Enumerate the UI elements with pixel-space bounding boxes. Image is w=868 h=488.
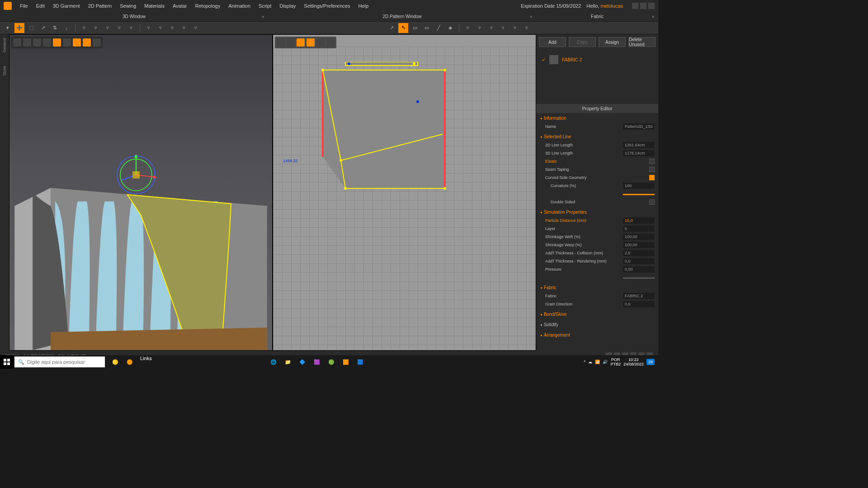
tool-tape-icon[interactable]: ▿ — [156, 23, 165, 33]
menu-retopology[interactable]: Retopology — [192, 1, 224, 10]
tool-cut-icon[interactable]: ▿ — [103, 23, 113, 33]
tool-mesh-icon[interactable]: ▿ — [114, 23, 124, 33]
maximize-button[interactable] — [640, 3, 646, 9]
tool2d-dart-icon[interactable]: ◈ — [445, 23, 455, 33]
tab-close-2d[interactable]: × — [530, 14, 533, 19]
tab-2d-window[interactable]: 2D Pattern Window × — [268, 12, 536, 21]
tool-select-icon[interactable]: ➕ — [14, 23, 24, 33]
task-spotify-icon[interactable]: 🟢 — [325, 356, 338, 368]
thickness-ren-input[interactable] — [623, 258, 655, 264]
delete-unused-button[interactable]: Delete Unused — [628, 37, 656, 47]
curved-geo-checkbox[interactable] — [649, 175, 655, 180]
menu-materials[interactable]: Materials — [141, 1, 168, 10]
task-explorer-icon[interactable]: 📁 — [281, 356, 295, 368]
task-marvelous-icon[interactable]: 🟧 — [339, 356, 353, 368]
menu-sewing[interactable]: Sewing — [116, 1, 140, 10]
menu-file[interactable]: File — [16, 1, 32, 10]
tray-lang[interactable]: POR — [610, 357, 621, 362]
layer-input[interactable] — [623, 225, 655, 232]
thickness-col-input[interactable] — [623, 250, 655, 256]
menu-help[interactable]: Help — [354, 1, 372, 10]
task-app-1[interactable]: 🟡 — [108, 356, 122, 368]
vp3d-btn-3[interactable] — [33, 38, 41, 47]
search-input[interactable] — [27, 359, 101, 365]
tab-close-3d[interactable]: × — [262, 14, 264, 19]
tray-volume-icon[interactable]: 🔊 — [603, 360, 608, 364]
tool2d-line-icon[interactable]: ╱ — [434, 23, 443, 33]
elastic-checkbox[interactable] — [649, 159, 655, 164]
assign-button[interactable]: Assign — [599, 37, 626, 47]
tool-misc3-icon[interactable]: ▿ — [191, 23, 201, 33]
menu-display[interactable]: Display — [276, 1, 299, 10]
fabric-select[interactable] — [623, 293, 655, 299]
task-premiere-icon[interactable]: 🟪 — [310, 356, 324, 368]
menu-avatar[interactable]: Avatar — [169, 1, 191, 10]
sidetab-general[interactable]: General — [2, 38, 7, 52]
start-button[interactable] — [0, 355, 14, 369]
tray-notification-badge[interactable]: 29 — [646, 359, 655, 365]
tool-move-icon[interactable]: ⬚ — [26, 23, 36, 33]
minimize-button[interactable] — [632, 3, 638, 9]
vp3d-btn-8[interactable] — [83, 38, 91, 47]
vp2d-btn-5[interactable] — [316, 38, 325, 47]
shrink-weft-input[interactable] — [623, 234, 655, 240]
tool-measure-icon[interactable]: ▿ — [144, 23, 154, 33]
transform-gizmo-icon[interactable] — [113, 152, 159, 197]
tool-fold-icon[interactable]: ▿ — [126, 23, 136, 33]
vp2d-btn-6[interactable] — [326, 38, 335, 47]
tool-misc1-icon[interactable]: ▿ — [167, 23, 177, 33]
viewport-2d[interactable]: 1499.32 — [273, 34, 536, 351]
app-logo[interactable] — [4, 2, 12, 10]
tray-wifi-icon[interactable]: 📶 — [595, 360, 600, 364]
tool-chevron-down-icon[interactable]: ▾ — [3, 23, 13, 33]
tool-pin-icon[interactable]: ⇅ — [50, 23, 60, 33]
tab-3d-window[interactable]: 3D Window × — [0, 12, 268, 21]
tool2d-align-icon[interactable]: ▿ — [498, 23, 508, 33]
section-fabric[interactable]: Fabric — [540, 283, 655, 292]
menu-2d-pattern[interactable]: 2D Pattern — [85, 1, 116, 10]
tab-close-fabric[interactable]: × — [652, 14, 655, 19]
tray-cloud-icon[interactable]: ☁ — [588, 360, 592, 364]
close-button[interactable] — [648, 3, 655, 9]
name-input[interactable] — [623, 123, 655, 130]
curvature-input[interactable] — [623, 183, 655, 189]
tool-arrow-icon[interactable]: ↓ — [61, 23, 71, 33]
tool2d-shape-icon[interactable]: ▭ — [422, 23, 432, 33]
task-word-icon[interactable]: 🟦 — [354, 356, 367, 368]
tool2d-select-icon[interactable]: ↗ — [387, 23, 396, 33]
tool2d-grade-icon[interactable]: ▿ — [510, 23, 520, 33]
tray-chevron-icon[interactable]: ^ — [584, 360, 585, 364]
section-solidify[interactable]: Solidify — [540, 320, 655, 329]
shrink-warp-input[interactable] — [623, 242, 655, 248]
line3d-input[interactable] — [623, 150, 655, 156]
search-box[interactable]: 🔍 — [14, 357, 105, 367]
menu-3d-garment[interactable]: 3D Garment — [49, 1, 84, 10]
menu-settings[interactable]: Settings/Preferences — [300, 1, 354, 10]
vp3d-btn-5[interactable] — [53, 38, 61, 47]
vp3d-btn-2[interactable] — [23, 38, 31, 47]
tray-kb[interactable]: PTB2 — [610, 362, 621, 366]
section-arrangement[interactable]: Arrangement — [540, 331, 655, 339]
tool-sew-icon[interactable]: ▿ — [91, 23, 101, 33]
sidetab-store[interactable]: Store — [2, 66, 7, 76]
vp2d-btn-1[interactable] — [277, 38, 285, 47]
tool2d-pen-icon[interactable]: ✎ — [398, 23, 408, 33]
vp3d-btn-6[interactable] — [63, 38, 71, 47]
line2d-input[interactable] — [623, 142, 655, 148]
pattern-shape[interactable] — [318, 62, 454, 206]
tool2d-trace-icon[interactable]: ▿ — [486, 23, 496, 33]
menu-edit[interactable]: Edit — [33, 1, 48, 10]
tool-marker-icon[interactable]: ▿ — [79, 23, 89, 33]
copy-button[interactable]: Copy — [569, 37, 596, 47]
section-bond[interactable]: Bond/Skive — [540, 310, 655, 319]
vp3d-btn-9[interactable] — [93, 38, 101, 47]
double-sided-checkbox[interactable] — [649, 199, 655, 205]
grain-input[interactable] — [623, 301, 655, 307]
tool-misc2-icon[interactable]: ▿ — [179, 23, 189, 33]
vp2d-btn-3[interactable] — [297, 38, 305, 47]
section-selected-line[interactable]: Selected Line — [540, 132, 655, 141]
menu-script[interactable]: Script — [255, 1, 275, 10]
viewport-3d[interactable] — [9, 34, 273, 351]
seam-taping-checkbox[interactable] — [649, 167, 655, 172]
task-chrome-icon[interactable]: 🌐 — [267, 356, 280, 368]
